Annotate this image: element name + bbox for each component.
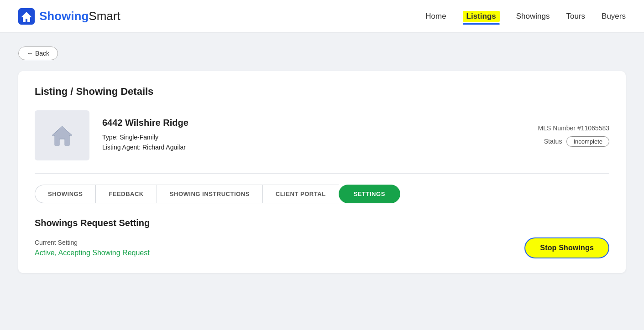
current-setting-value: Active, Accepting Showing Request bbox=[35, 249, 150, 257]
mls-number: MLS Number #11065583 bbox=[509, 124, 609, 132]
settings-section: Showings Request Setting Current Setting… bbox=[35, 218, 609, 258]
status-label: Status bbox=[544, 138, 562, 145]
tab-showing-instructions[interactable]: SHOWING INSTRUCTIONS bbox=[157, 185, 262, 203]
listing-row: 6442 Wilshire Ridge Type: Single-Family … bbox=[35, 110, 609, 174]
tab-settings[interactable]: SETTINGS bbox=[339, 185, 400, 203]
main-nav: Home Listings Showings Tours Buyers bbox=[425, 10, 626, 23]
nav-tours[interactable]: Tours bbox=[566, 10, 586, 23]
tab-feedback[interactable]: FEEDBACK bbox=[95, 185, 156, 203]
status-row: Status Incomplete bbox=[509, 136, 609, 147]
page-title: Listing / Showing Details bbox=[35, 86, 609, 98]
status-badge: Incomplete bbox=[566, 136, 609, 147]
logo[interactable]: ShowingSmart bbox=[18, 8, 120, 25]
home-logo-icon bbox=[18, 8, 35, 25]
listing-right-info: MLS Number #11065583 Status Incomplete bbox=[509, 124, 609, 147]
nav-showings[interactable]: Showings bbox=[516, 10, 550, 23]
settings-section-title: Showings Request Setting bbox=[35, 218, 609, 228]
nav-home[interactable]: Home bbox=[425, 10, 446, 23]
setting-left: Current Setting Active, Accepting Showin… bbox=[35, 239, 150, 257]
setting-row: Current Setting Active, Accepting Showin… bbox=[35, 237, 609, 258]
house-icon bbox=[48, 122, 76, 149]
listing-card: Listing / Showing Details 6442 Wilshire … bbox=[18, 71, 626, 273]
stop-showings-button[interactable]: Stop Showings bbox=[524, 237, 609, 258]
main-content: ← Back Listing / Showing Details 6442 Wi… bbox=[0, 33, 644, 287]
listing-type: Type: Single-Family bbox=[102, 134, 496, 141]
listing-address: 6442 Wilshire Ridge bbox=[102, 118, 496, 128]
listing-thumbnail bbox=[35, 110, 89, 160]
back-button[interactable]: ← Back bbox=[18, 46, 58, 60]
nav-listings[interactable]: Listings bbox=[463, 11, 500, 22]
current-setting-label: Current Setting bbox=[35, 239, 150, 246]
header: ShowingSmart Home Listings Showings Tour… bbox=[0, 0, 644, 33]
tab-bar: SHOWINGS FEEDBACK SHOWING INSTRUCTIONS C… bbox=[35, 185, 609, 203]
logo-text: ShowingSmart bbox=[39, 9, 120, 23]
nav-buyers[interactable]: Buyers bbox=[602, 10, 626, 23]
tab-client-portal[interactable]: CLIENT PORTAL bbox=[262, 185, 339, 203]
listing-info: 6442 Wilshire Ridge Type: Single-Family … bbox=[102, 118, 496, 154]
listing-agent: Listing Agent: Richard Aguilar bbox=[102, 144, 496, 151]
tab-showings[interactable]: SHOWINGS bbox=[35, 185, 95, 203]
